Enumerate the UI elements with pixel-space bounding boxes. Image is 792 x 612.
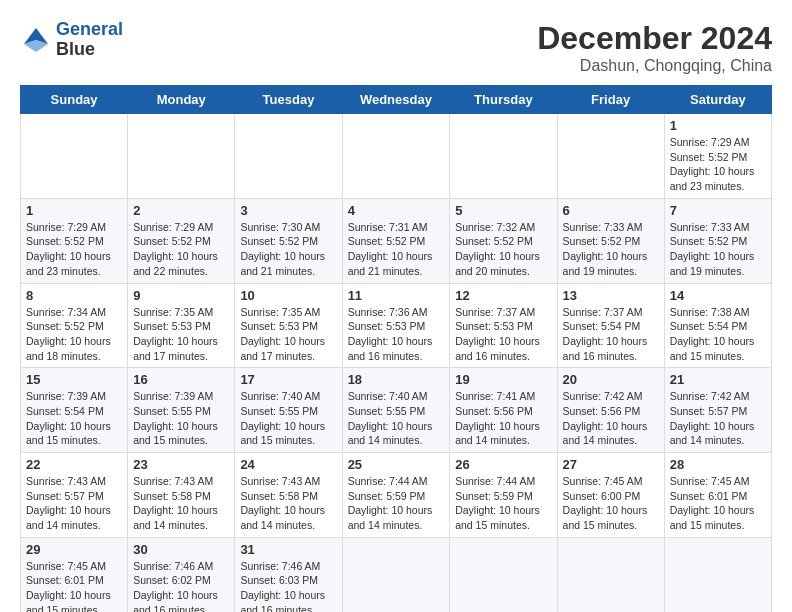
table-row: 15Sunrise: 7:39 AMSunset: 5:54 PMDayligh… [21, 368, 128, 453]
table-row: 26Sunrise: 7:44 AMSunset: 5:59 PMDayligh… [450, 453, 557, 538]
col-friday: Friday [557, 86, 664, 114]
table-row: 27Sunrise: 7:45 AMSunset: 6:00 PMDayligh… [557, 453, 664, 538]
table-row: 8Sunrise: 7:34 AMSunset: 5:52 PMDaylight… [21, 283, 128, 368]
calendar-header-row: Sunday Monday Tuesday Wednesday Thursday… [21, 86, 772, 114]
table-row: 13Sunrise: 7:37 AMSunset: 5:54 PMDayligh… [557, 283, 664, 368]
logo: General Blue [20, 20, 123, 60]
table-row: 20Sunrise: 7:42 AMSunset: 5:56 PMDayligh… [557, 368, 664, 453]
table-row: 23Sunrise: 7:43 AMSunset: 5:58 PMDayligh… [128, 453, 235, 538]
table-row: 22Sunrise: 7:43 AMSunset: 5:57 PMDayligh… [21, 453, 128, 538]
table-row: 1Sunrise: 7:29 AMSunset: 5:52 PMDaylight… [664, 114, 771, 199]
table-row: 5Sunrise: 7:32 AMSunset: 5:52 PMDaylight… [450, 198, 557, 283]
table-row: 11Sunrise: 7:36 AMSunset: 5:53 PMDayligh… [342, 283, 450, 368]
col-wednesday: Wednesday [342, 86, 450, 114]
table-row [664, 537, 771, 612]
table-row [342, 537, 450, 612]
table-row: 19Sunrise: 7:41 AMSunset: 5:56 PMDayligh… [450, 368, 557, 453]
calendar-table: Sunday Monday Tuesday Wednesday Thursday… [20, 85, 772, 612]
title-block: December 2024 Dashun, Chongqing, China [537, 20, 772, 75]
table-row: 25Sunrise: 7:44 AMSunset: 5:59 PMDayligh… [342, 453, 450, 538]
table-row [450, 537, 557, 612]
table-row: 16Sunrise: 7:39 AMSunset: 5:55 PMDayligh… [128, 368, 235, 453]
table-row [21, 114, 128, 199]
table-row [235, 114, 342, 199]
table-row: 17Sunrise: 7:40 AMSunset: 5:55 PMDayligh… [235, 368, 342, 453]
table-row: 18Sunrise: 7:40 AMSunset: 5:55 PMDayligh… [342, 368, 450, 453]
table-row [557, 114, 664, 199]
table-row [128, 114, 235, 199]
table-row: 7Sunrise: 7:33 AMSunset: 5:52 PMDaylight… [664, 198, 771, 283]
col-monday: Monday [128, 86, 235, 114]
table-row: 10Sunrise: 7:35 AMSunset: 5:53 PMDayligh… [235, 283, 342, 368]
col-tuesday: Tuesday [235, 86, 342, 114]
table-row: 12Sunrise: 7:37 AMSunset: 5:53 PMDayligh… [450, 283, 557, 368]
table-row [557, 537, 664, 612]
table-row: 24Sunrise: 7:43 AMSunset: 5:58 PMDayligh… [235, 453, 342, 538]
location-subtitle: Dashun, Chongqing, China [537, 57, 772, 75]
table-row: 1Sunrise: 7:29 AMSunset: 5:52 PMDaylight… [21, 198, 128, 283]
col-sunday: Sunday [21, 86, 128, 114]
logo-line2: Blue [56, 40, 123, 60]
table-row: 21Sunrise: 7:42 AMSunset: 5:57 PMDayligh… [664, 368, 771, 453]
logo-text: General Blue [56, 20, 123, 60]
month-year-title: December 2024 [537, 20, 772, 57]
logo-icon [20, 24, 52, 56]
table-row: 31Sunrise: 7:46 AMSunset: 6:03 PMDayligh… [235, 537, 342, 612]
table-row [342, 114, 450, 199]
table-row [450, 114, 557, 199]
logo-line1: General [56, 19, 123, 39]
col-saturday: Saturday [664, 86, 771, 114]
table-row: 28Sunrise: 7:45 AMSunset: 6:01 PMDayligh… [664, 453, 771, 538]
col-thursday: Thursday [450, 86, 557, 114]
table-row: 2Sunrise: 7:29 AMSunset: 5:52 PMDaylight… [128, 198, 235, 283]
table-row: 3Sunrise: 7:30 AMSunset: 5:52 PMDaylight… [235, 198, 342, 283]
page-header: General Blue December 2024 Dashun, Chong… [20, 20, 772, 75]
table-row: 29Sunrise: 7:45 AMSunset: 6:01 PMDayligh… [21, 537, 128, 612]
table-row: 4Sunrise: 7:31 AMSunset: 5:52 PMDaylight… [342, 198, 450, 283]
table-row: 14Sunrise: 7:38 AMSunset: 5:54 PMDayligh… [664, 283, 771, 368]
table-row: 6Sunrise: 7:33 AMSunset: 5:52 PMDaylight… [557, 198, 664, 283]
table-row: 9Sunrise: 7:35 AMSunset: 5:53 PMDaylight… [128, 283, 235, 368]
table-row: 30Sunrise: 7:46 AMSunset: 6:02 PMDayligh… [128, 537, 235, 612]
